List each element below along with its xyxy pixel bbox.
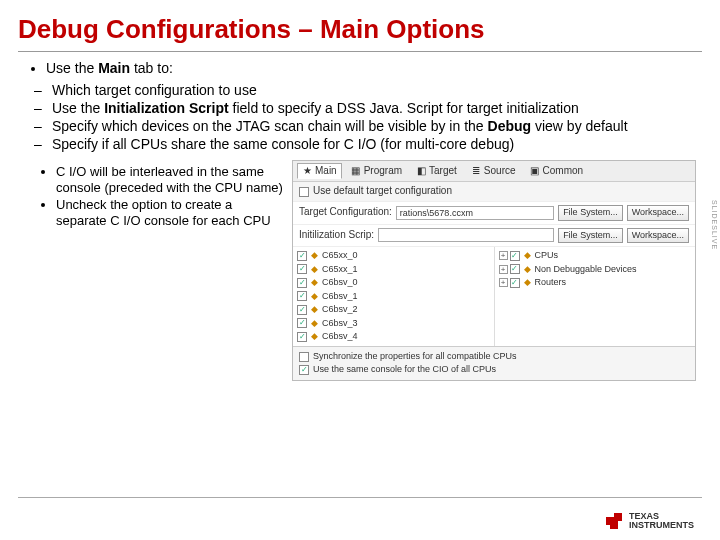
checkbox-icon[interactable]: ✓ bbox=[297, 291, 307, 301]
expand-icon[interactable]: + bbox=[499, 251, 508, 260]
main-tab-icon: ★ bbox=[302, 166, 312, 176]
cpu-icon: ◆ bbox=[309, 291, 320, 303]
watermark: SLIDESLIVE bbox=[711, 200, 718, 250]
file-system-button[interactable]: File System... bbox=[558, 205, 623, 221]
option-label: Use the same console for the CIO of all … bbox=[313, 364, 496, 376]
checkbox-icon[interactable]: ✓ bbox=[510, 251, 520, 261]
common-tab-icon: ▣ bbox=[530, 166, 540, 176]
cpu-tree-item[interactable]: ✓◆C65xx_0 bbox=[297, 249, 490, 263]
category-tree-item[interactable]: +✓◆Non Debuggable Devices bbox=[499, 263, 692, 277]
checkbox-icon[interactable]: ✓ bbox=[510, 264, 520, 274]
bullet-main: Use the Main tab to: bbox=[46, 60, 696, 78]
cpu-label: C65xx_0 bbox=[322, 250, 358, 262]
tab-label: Target bbox=[429, 165, 457, 178]
option-row: ✓Use the same console for the CIO of all… bbox=[299, 363, 689, 377]
field-label: Initilization Scrip: bbox=[299, 229, 374, 242]
bullet-l2: Which target configuration to use bbox=[52, 82, 696, 100]
text-field[interactable]: rations\5678.ccxm bbox=[396, 206, 554, 220]
category-icon: ◆ bbox=[522, 250, 533, 262]
ti-chip-icon bbox=[601, 512, 623, 530]
category-label: CPUs bbox=[535, 250, 559, 262]
checkbox-icon[interactable]: ✓ bbox=[297, 305, 307, 315]
tab-program[interactable]: ▦Program bbox=[346, 163, 407, 180]
expand-icon[interactable]: + bbox=[499, 265, 508, 274]
checkbox-icon[interactable]: ✓ bbox=[299, 365, 309, 375]
category-label: Routers bbox=[535, 277, 567, 289]
cpu-label: C6bsv_2 bbox=[322, 304, 358, 316]
cpu-tree-item[interactable]: ✓◆C65xx_1 bbox=[297, 263, 490, 277]
cpu-label: C65xx_1 bbox=[322, 264, 358, 276]
use-default-checkbox[interactable] bbox=[299, 187, 309, 197]
option-label: Synchronize the properties for all compa… bbox=[313, 351, 517, 363]
cpu-tree-left: ✓◆C65xx_0✓◆C65xx_1✓◆C6bsv_0✓◆C6bsv_1✓◆C6… bbox=[293, 247, 495, 346]
cpu-label: C6bsv_4 bbox=[322, 331, 358, 343]
tab-label: Common bbox=[543, 165, 584, 178]
footer-divider bbox=[18, 497, 702, 498]
category-icon: ◆ bbox=[522, 264, 533, 276]
program-tab-icon: ▦ bbox=[351, 166, 361, 176]
checkbox-icon[interactable]: ✓ bbox=[297, 332, 307, 342]
bullet-l3: Uncheck the option to create a separate … bbox=[56, 197, 284, 230]
checkbox-icon[interactable] bbox=[299, 352, 309, 362]
tab-main[interactable]: ★Main bbox=[297, 163, 342, 180]
cpu-label: C6bsv_0 bbox=[322, 277, 358, 289]
workspace-button[interactable]: Workspace... bbox=[627, 205, 689, 221]
tab-label: Program bbox=[364, 165, 402, 178]
text-field[interactable] bbox=[378, 228, 554, 242]
cpu-tree-item[interactable]: ✓◆C6bsv_2 bbox=[297, 303, 490, 317]
tab-label: Main bbox=[315, 165, 337, 178]
cpu-tree-item[interactable]: ✓◆C6bsv_1 bbox=[297, 290, 490, 304]
cpu-icon: ◆ bbox=[309, 264, 320, 276]
option-row: Synchronize the properties for all compa… bbox=[299, 350, 689, 364]
tab-source[interactable]: ≣Source bbox=[466, 163, 521, 180]
title-underline bbox=[18, 51, 702, 52]
bullet-l3: C I/O will be interleaved in the same co… bbox=[56, 164, 284, 197]
tab-target[interactable]: ◧Target bbox=[411, 163, 462, 180]
cpu-icon: ◆ bbox=[309, 277, 320, 289]
cpu-tree-right: +✓◆CPUs+✓◆Non Debuggable Devices+✓◆Route… bbox=[495, 247, 696, 346]
ti-logo: TEXAS INSTRUMENTS bbox=[601, 512, 694, 530]
cpu-tree-item[interactable]: ✓◆C6bsv_4 bbox=[297, 330, 490, 344]
tab-common[interactable]: ▣Common bbox=[525, 163, 589, 180]
bullet-l2: Use the Initialization Script field to s… bbox=[52, 100, 696, 118]
field-label: Target Configuration: bbox=[299, 206, 392, 219]
cpu-tree-item[interactable]: ✓◆C6bsv_0 bbox=[297, 276, 490, 290]
debug-config-screenshot: ★Main▦Program◧Target≣Source▣Common Use d… bbox=[292, 160, 696, 381]
bullet-l2: Specify which devices on the JTAG scan c… bbox=[52, 118, 696, 136]
cpu-label: C6bsv_1 bbox=[322, 291, 358, 303]
tabs-row: ★Main▦Program◧Target≣Source▣Common bbox=[293, 161, 695, 183]
tab-label: Source bbox=[484, 165, 516, 178]
checkbox-icon[interactable]: ✓ bbox=[297, 251, 307, 261]
target-tab-icon: ◧ bbox=[416, 166, 426, 176]
cpu-icon: ◆ bbox=[309, 318, 320, 330]
bottom-checks: Synchronize the properties for all compa… bbox=[293, 346, 695, 380]
use-default-label: Use default target configuration bbox=[313, 185, 452, 198]
checkbox-icon[interactable]: ✓ bbox=[297, 318, 307, 328]
source-tab-icon: ≣ bbox=[471, 166, 481, 176]
ti-logo-text: TEXAS INSTRUMENTS bbox=[629, 512, 694, 530]
slide-title: Debug Configurations – Main Options bbox=[0, 0, 720, 49]
category-icon: ◆ bbox=[522, 277, 533, 289]
checkbox-icon[interactable]: ✓ bbox=[510, 278, 520, 288]
cpu-label: C6bsv_3 bbox=[322, 318, 358, 330]
file-system-button[interactable]: File System... bbox=[558, 228, 623, 244]
cpu-icon: ◆ bbox=[309, 331, 320, 343]
category-label: Non Debuggable Devices bbox=[535, 264, 637, 276]
checkbox-icon[interactable]: ✓ bbox=[297, 278, 307, 288]
cpu-tree-item[interactable]: ✓◆C6bsv_3 bbox=[297, 317, 490, 331]
checkbox-icon[interactable]: ✓ bbox=[297, 264, 307, 274]
workspace-button[interactable]: Workspace... bbox=[627, 228, 689, 244]
cpu-icon: ◆ bbox=[309, 304, 320, 316]
category-tree-item[interactable]: +✓◆CPUs bbox=[499, 249, 692, 263]
bullet-l2: Specify if all CPUs share the same conso… bbox=[52, 136, 696, 154]
expand-icon[interactable]: + bbox=[499, 278, 508, 287]
cpu-icon: ◆ bbox=[309, 250, 320, 262]
category-tree-item[interactable]: +✓◆Routers bbox=[499, 276, 692, 290]
